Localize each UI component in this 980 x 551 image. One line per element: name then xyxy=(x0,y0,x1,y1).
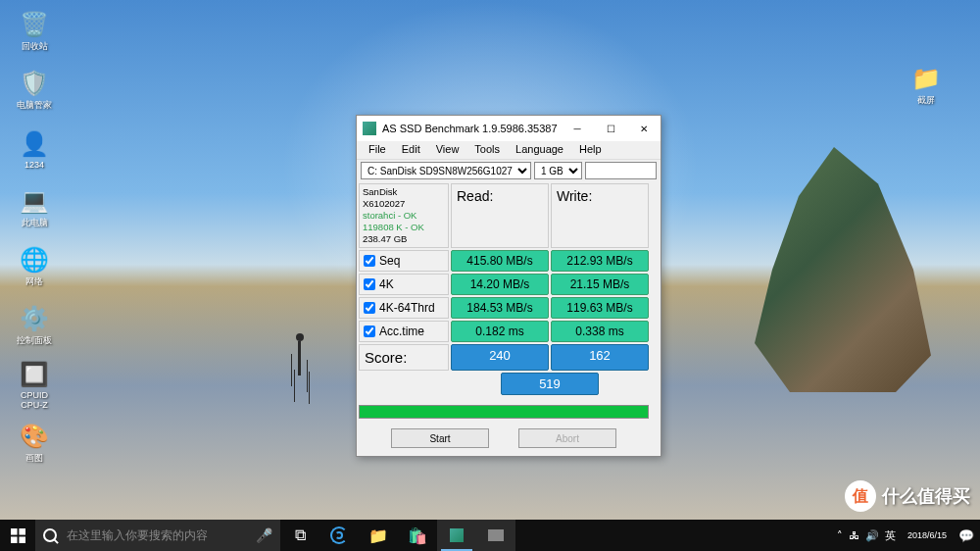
icon-label: 电脑管家 xyxy=(17,99,52,112)
menu-file[interactable]: File xyxy=(361,141,394,159)
icon-label: 回收站 xyxy=(22,40,48,53)
row-0-write-value: 212.93 MB/s xyxy=(551,250,649,272)
score-total: 519 xyxy=(501,373,599,395)
icon-label: CPUIDCPU-Z xyxy=(21,390,48,410)
recycle-bin[interactable]: 🗑️回收站 xyxy=(5,5,64,59)
toolbar: C: SanDisk SD9SN8W256G1027 1 GB xyxy=(357,160,661,181)
menu-tools[interactable]: Tools xyxy=(466,141,508,159)
row-1-checkbox[interactable] xyxy=(364,278,375,290)
tray-network-icon[interactable]: 🖧 xyxy=(849,529,859,541)
edge-icon xyxy=(330,526,348,544)
control-panel[interactable]: ⚙️控制面板 xyxy=(5,299,64,353)
watermark: 值 什么值得买 xyxy=(845,480,970,512)
system-tray: ˄ 🖧 🔊 英 2018/6/15 💬 xyxy=(831,520,980,551)
row-3-write-value: 0.338 ms xyxy=(551,321,649,342)
recycle-bin-icon: 🗑️ xyxy=(19,11,50,38)
screenshot-folder[interactable]: 📁截屏 xyxy=(897,59,956,113)
computer-manager-icon: 🛡️ xyxy=(19,70,50,97)
icon-label: 1234 xyxy=(24,160,44,170)
score-label: Score: xyxy=(359,344,449,371)
svg-rect-3 xyxy=(19,536,25,543)
computer-manager[interactable]: 🛡️电脑管家 xyxy=(5,64,64,118)
paint[interactable]: 🎨画图 xyxy=(5,417,64,471)
watermark-badge: 值 xyxy=(845,480,876,512)
as-ssd-benchmark-window: AS SSD Benchmark 1.9.5986.35387 ─ ☐ ✕ Fi… xyxy=(356,115,662,457)
row-0-read-value: 415.80 MB/s xyxy=(451,250,549,272)
drive-select[interactable]: C: SanDisk SD9SN8W256G1027 xyxy=(361,162,531,179)
row-1-label: 4K xyxy=(359,274,449,295)
menubar: FileEditViewToolsLanguageHelp xyxy=(357,141,661,160)
app-icon xyxy=(363,122,376,135)
read-header: Read: xyxy=(451,183,549,248)
as-ssd-icon xyxy=(450,528,464,542)
clock[interactable]: 2018/6/15 xyxy=(904,530,951,541)
menu-edit[interactable]: Edit xyxy=(394,141,428,159)
watermark-text: 什么值得买 xyxy=(882,484,970,508)
row-2-read-value: 184.53 MB/s xyxy=(451,297,549,319)
cpu-z[interactable]: 🔲CPUIDCPU-Z xyxy=(5,358,64,412)
row-1-read-value: 14.20 MB/s xyxy=(451,274,549,295)
as-ssd-task-button[interactable] xyxy=(437,520,476,551)
search-box[interactable]: 在这里输入你要搜索的内容 🎤 xyxy=(35,520,280,551)
row-2-label: 4K-64Thrd xyxy=(359,297,449,319)
write-header: Write: xyxy=(551,183,649,248)
app-task-button[interactable] xyxy=(476,520,515,551)
titlebar[interactable]: AS SSD Benchmark 1.9.5986.35387 ─ ☐ ✕ xyxy=(357,116,661,141)
tray-chevron-icon[interactable]: ˄ xyxy=(837,529,843,542)
tray-volume-icon[interactable]: 🔊 xyxy=(865,529,879,542)
this-pc[interactable]: 💻此电脑 xyxy=(5,181,64,235)
user-folder-icon: 👤 xyxy=(19,130,50,158)
action-center-icon[interactable]: 💬 xyxy=(958,528,974,543)
desktop-icons-right: 📁截屏 xyxy=(892,54,960,123)
icon-label: 此电脑 xyxy=(22,217,48,229)
start-button[interactable]: Start xyxy=(391,428,489,448)
network-icon: 🌐 xyxy=(19,246,50,274)
icon-label: 截屏 xyxy=(917,94,935,107)
row-0-checkbox[interactable] xyxy=(364,255,375,267)
svg-rect-2 xyxy=(11,536,18,543)
minimize-button[interactable]: ─ xyxy=(561,116,594,141)
svg-rect-0 xyxy=(11,528,18,535)
desktop-icons-left: 🗑️回收站🛡️电脑管家👤1234💻此电脑🌐网络⚙️控制面板🔲CPUIDCPU-Z… xyxy=(0,0,69,480)
app-icon xyxy=(488,529,504,541)
menu-help[interactable]: Help xyxy=(571,141,610,159)
close-button[interactable]: ✕ xyxy=(627,116,661,141)
svg-rect-1 xyxy=(19,528,25,535)
store-button[interactable]: 🛍️ xyxy=(398,520,437,551)
control-panel-icon: ⚙️ xyxy=(19,305,50,332)
start-button[interactable] xyxy=(0,520,35,551)
edge-button[interactable] xyxy=(319,520,359,551)
row-2-checkbox[interactable] xyxy=(364,302,375,314)
menu-language[interactable]: Language xyxy=(508,141,571,159)
row-3-checkbox[interactable] xyxy=(364,326,375,337)
windows-icon xyxy=(11,528,25,543)
score-read: 240 xyxy=(451,344,549,371)
task-view-button[interactable]: ⧉ xyxy=(280,520,319,551)
drive-info-panel: SanDisk X6102027 storahci - OK 119808 K … xyxy=(359,183,449,248)
maximize-button[interactable]: ☐ xyxy=(594,116,627,141)
this-pc-icon: 💻 xyxy=(19,187,50,215)
mic-icon[interactable]: 🎤 xyxy=(256,527,272,543)
compress-input[interactable] xyxy=(585,162,657,179)
row-0-label: Seq xyxy=(359,250,449,272)
row-3-read-value: 0.182 ms xyxy=(451,321,549,342)
size-select[interactable]: 1 GB xyxy=(534,162,582,179)
wallpaper-runner xyxy=(284,333,314,382)
cortana-icon xyxy=(43,528,57,542)
network[interactable]: 🌐网络 xyxy=(5,240,64,294)
search-placeholder: 在这里输入你要搜索的内容 xyxy=(67,527,208,544)
window-title: AS SSD Benchmark 1.9.5986.35387 xyxy=(382,123,561,134)
row-2-write-value: 119.63 MB/s xyxy=(551,297,649,319)
paint-icon: 🎨 xyxy=(19,423,50,450)
file-explorer-button[interactable]: 📁 xyxy=(359,520,398,551)
menu-view[interactable]: View xyxy=(428,141,467,159)
progress-bar xyxy=(359,405,649,419)
tray-ime-icon[interactable]: 英 xyxy=(885,528,896,543)
screenshot-folder-icon: 📁 xyxy=(910,65,942,92)
user-folder[interactable]: 👤1234 xyxy=(5,123,64,176)
row-3-label: Acc.time xyxy=(359,321,449,342)
icon-label: 画图 xyxy=(25,452,43,465)
row-1-write-value: 21.15 MB/s xyxy=(551,274,649,295)
cpu-z-icon: 🔲 xyxy=(19,361,50,388)
icon-label: 控制面板 xyxy=(17,334,52,347)
